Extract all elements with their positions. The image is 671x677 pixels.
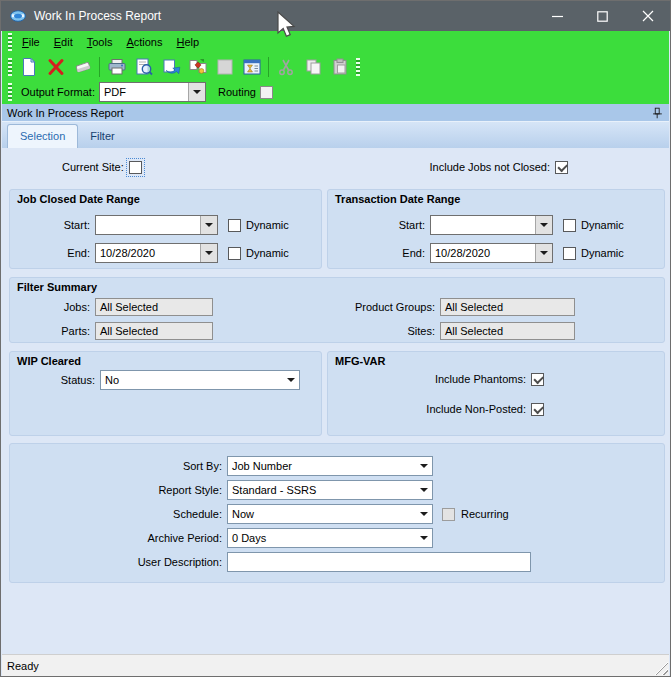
print-preview-icon [134, 57, 154, 77]
menu-bar: File Edit Tools Actions Help [2, 31, 669, 53]
maximize-button[interactable] [580, 1, 625, 31]
sites-summary-value: All Selected [445, 325, 503, 337]
menu-tools[interactable]: Tools [80, 34, 120, 50]
user-description-input[interactable] [227, 552, 531, 572]
combo-dropdown-button[interactable] [535, 244, 552, 262]
menubar-grip[interactable] [8, 33, 12, 51]
menu-file[interactable]: File [15, 34, 47, 50]
combo-dropdown-button[interactable] [282, 371, 299, 389]
user-description-label: User Description: [10, 556, 222, 568]
routing-label: Routing [218, 86, 256, 98]
format-bar: Output Format: PDF Routing [2, 80, 669, 104]
output-format-value: PDF [100, 86, 188, 98]
dynamic-label: Dynamic [246, 247, 289, 259]
current-site-label: Current Site: [62, 161, 124, 173]
combo-dropdown-button[interactable] [415, 505, 432, 523]
print-preview-button[interactable] [130, 55, 157, 79]
menu-help[interactable]: Help [170, 34, 207, 50]
sort-by-combo[interactable]: Job Number [227, 456, 433, 476]
report-style-combo[interactable]: Standard - SSRS [227, 480, 433, 500]
command-area: File Edit Tools Actions Help [2, 31, 669, 104]
schedule-label: Schedule: [10, 508, 222, 520]
job-closed-end-combo[interactable]: 10/28/2020 [95, 243, 218, 263]
combo-dropdown-button[interactable] [200, 244, 217, 262]
auto-hide-pin-icon[interactable] [650, 106, 664, 120]
schedule-button[interactable] [238, 55, 265, 79]
transaction-start-dynamic-checkbox[interactable] [563, 219, 576, 232]
new-report-button[interactable] [15, 55, 42, 79]
include-non-posted-checkbox[interactable] [531, 403, 544, 416]
include-phantoms-checkbox[interactable] [531, 373, 544, 386]
selection-tab-page: Current Site: Include Jobs not Closed: J… [2, 148, 669, 654]
wip-status-row: Status: No [10, 370, 321, 390]
job-closed-start-combo[interactable] [95, 215, 218, 235]
report-options-group: Sort By: Job Number Report Style: Standa… [9, 443, 665, 583]
close-button[interactable] [625, 1, 670, 31]
paste-button [326, 55, 353, 79]
schedule-combo[interactable]: Now [227, 504, 433, 524]
menu-edit[interactable]: Edit [47, 34, 80, 50]
include-non-posted-label: Include Non-Posted: [328, 403, 526, 415]
app-window: Work In Process Report File Edit Tools A… [0, 0, 671, 677]
send-report-icon [161, 57, 181, 77]
output-format-combo[interactable]: PDF [99, 82, 206, 102]
product-groups-label: Product Groups: [213, 301, 435, 313]
export-transfer-button[interactable] [184, 55, 211, 79]
wip-status-combo[interactable]: No [100, 370, 300, 390]
transaction-end-combo[interactable]: 10/28/2020 [430, 243, 553, 263]
resize-grip[interactable] [654, 661, 668, 675]
combo-dropdown-button[interactable] [200, 216, 217, 234]
close-icon [642, 10, 654, 22]
clear-button[interactable] [69, 55, 96, 79]
dynamic-label: Dynamic [246, 219, 289, 231]
status-label: Status: [10, 374, 95, 386]
job-closed-group-title: Job Closed Date Range [17, 193, 140, 205]
product-groups-summary-field: All Selected [440, 298, 575, 316]
chevron-down-icon [420, 464, 428, 468]
menu-actions[interactable]: Actions [119, 34, 169, 50]
transaction-end-dynamic-checkbox[interactable] [563, 247, 576, 260]
dynamic-label: Dynamic [581, 247, 624, 259]
combo-dropdown-button[interactable] [188, 83, 205, 101]
sort-by-row: Sort By: Job Number [10, 456, 664, 476]
job-closed-end-row: End: 10/28/2020 Dynamic [10, 243, 321, 263]
toolbar-grip[interactable] [8, 58, 12, 76]
print-button[interactable] [103, 55, 130, 79]
cut-button [272, 55, 299, 79]
formatbar-grip[interactable] [8, 83, 12, 101]
transaction-start-combo[interactable] [430, 215, 553, 235]
combo-dropdown-button[interactable] [415, 481, 432, 499]
jobs-summary-field: All Selected [95, 298, 213, 316]
print-icon [107, 57, 127, 77]
current-site-checkbox[interactable] [129, 161, 142, 174]
send-report-button[interactable] [157, 55, 184, 79]
combo-dropdown-button[interactable] [415, 457, 432, 475]
blank-disabled-icon [215, 57, 235, 77]
minimize-button[interactable] [535, 1, 580, 31]
sites-summary-field: All Selected [440, 322, 575, 340]
tab-filter[interactable]: Filter [78, 125, 126, 148]
routing-checkbox[interactable] [260, 86, 273, 99]
schedule-icon [242, 57, 262, 77]
top-checkbox-row: Current Site: Include Jobs not Closed: [2, 157, 669, 177]
include-jobs-not-closed-checkbox[interactable] [555, 161, 568, 174]
transaction-group-title: Transaction Date Range [335, 193, 460, 205]
job-closed-end-value: 10/28/2020 [96, 247, 200, 259]
export-transfer-icon [188, 57, 208, 77]
transaction-start-row: Start: Dynamic [328, 215, 664, 235]
archive-period-combo[interactable]: 0 Days [227, 528, 433, 548]
toolbar-end-grip[interactable] [356, 58, 360, 76]
delete-button[interactable] [42, 55, 69, 79]
toolbar-separator [99, 57, 100, 77]
combo-dropdown-button[interactable] [535, 216, 552, 234]
filter-summary-title: Filter Summary [17, 281, 97, 293]
toolbar [2, 53, 669, 80]
maximize-icon [597, 11, 608, 22]
blank-disabled-button [211, 55, 238, 79]
job-closed-start-dynamic-checkbox[interactable] [228, 219, 241, 232]
include-phantoms-label: Include Phantoms: [328, 373, 526, 385]
panel-title: Work In Process Report [7, 107, 650, 119]
job-closed-end-dynamic-checkbox[interactable] [228, 247, 241, 260]
tab-selection[interactable]: Selection [7, 124, 78, 148]
combo-dropdown-button[interactable] [415, 529, 432, 547]
